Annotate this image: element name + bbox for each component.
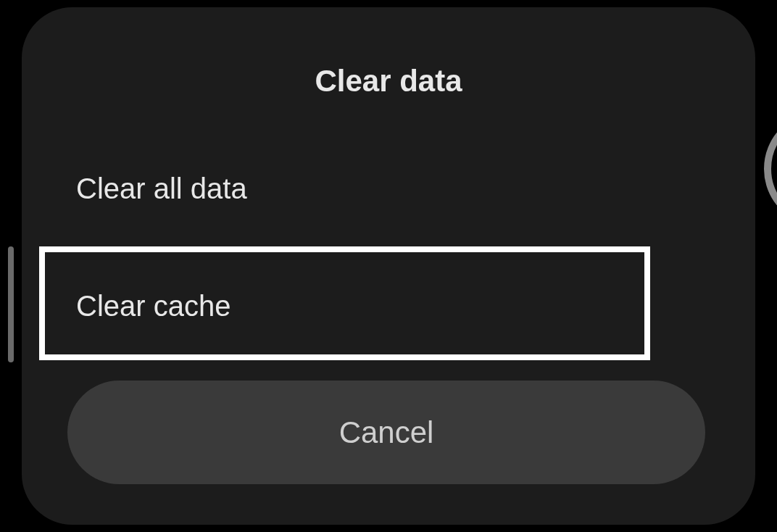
cancel-button[interactable]: Cancel	[67, 381, 705, 484]
cancel-button-label: Cancel	[339, 415, 434, 449]
clear-data-dialog: Clear data Clear all data Clear cache Ca…	[22, 7, 755, 525]
clear-all-data-option[interactable]: Clear all data	[76, 173, 247, 205]
option-label: Clear all data	[76, 173, 247, 204]
option-label: Clear cache	[76, 290, 230, 322]
clear-cache-option[interactable]: Clear cache	[76, 290, 230, 323]
scroll-indicator-right	[760, 133, 777, 205]
dialog-title: Clear data	[22, 64, 755, 99]
scroll-indicator-left	[8, 246, 14, 362]
